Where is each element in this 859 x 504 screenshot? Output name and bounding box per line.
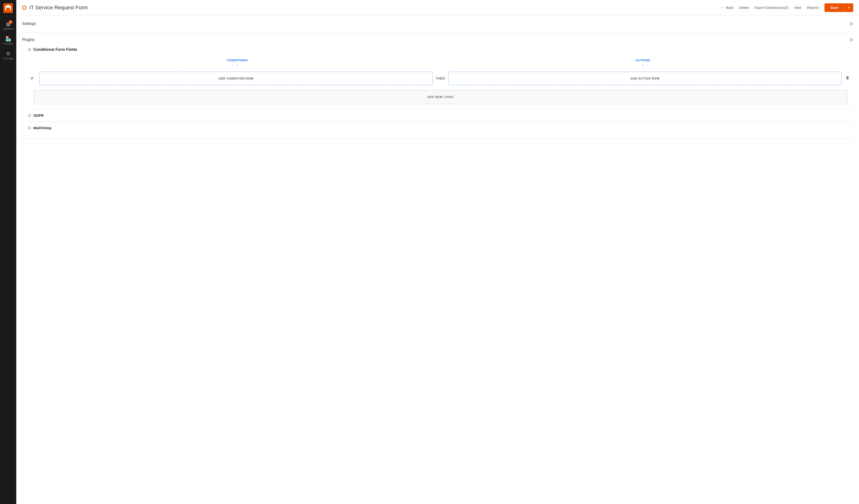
- settings-section-header[interactable]: Settings ⊙: [22, 20, 853, 27]
- reports-label: Reports: [807, 6, 819, 10]
- conditional-form-fields-plugin: ⊙ Conditional Form Fields CONDITIONS ↓: [22, 42, 853, 109]
- actions-col-header: ACTIONS ↓: [445, 59, 841, 67]
- mailchimp-name-row[interactable]: ⊙ MailChimp: [28, 126, 853, 130]
- logic-row: IF ADD CONDITION ROW THEN ADD ACTION ROW: [31, 72, 850, 85]
- conditions-actions-area: CONDITIONS ↓ ACTIONS ↓ IF: [28, 59, 853, 104]
- topbar-actions: ← Back Delete Export Submissions(3) View…: [721, 3, 853, 12]
- add-action-row-label: ADD ACTION ROW: [630, 77, 660, 80]
- page-content: Settings ⊙ Plugins ⊙ ⊙ Conditional Form …: [16, 15, 859, 504]
- form-title-area: IT Service Request Form: [22, 4, 716, 11]
- status-indicator: [22, 5, 26, 10]
- back-label: Back: [726, 6, 734, 10]
- main-content: IT Service Request Form ← Back Delete Ex…: [16, 0, 859, 504]
- content-icon: ▦ 4: [6, 21, 11, 27]
- save-btn-group: Save ▼: [825, 3, 853, 12]
- plugins-toggle-icon: ⊙: [850, 37, 853, 42]
- sidebar-item-content[interactable]: ▦ 4 CONTENT: [0, 18, 16, 33]
- export-label: Export Submissions(3): [754, 6, 788, 10]
- plugins-section-title: Plugins: [22, 37, 34, 42]
- add-new-logic-area: ADD NEW LOGIC: [33, 90, 847, 104]
- magento-logo-icon: [3, 3, 13, 13]
- conditions-label: CONDITIONS: [227, 59, 248, 62]
- plugin-name: Conditional Form Fields: [33, 47, 77, 52]
- sidebar-logo: [0, 0, 16, 16]
- system-icon: ⚙: [6, 51, 10, 57]
- plugins-section-header[interactable]: Plugins ⊙: [22, 37, 853, 42]
- if-label: IF: [31, 76, 36, 80]
- delete-row-button[interactable]: [845, 75, 850, 82]
- sidebar-item-system-label: SYSTEM: [3, 58, 13, 60]
- stores-icon: 🏪: [5, 36, 11, 42]
- view-label: View: [794, 6, 801, 10]
- settings-toggle-icon: ⊙: [850, 21, 853, 26]
- gdpr-name: GDPR: [33, 113, 44, 118]
- save-dropdown-button[interactable]: ▼: [844, 3, 853, 12]
- reports-link[interactable]: Reports: [807, 6, 819, 10]
- sidebar-item-system[interactable]: ⚙ SYSTEM: [0, 48, 16, 63]
- settings-section: Settings ⊙: [22, 15, 853, 32]
- then-label: THEN: [436, 76, 445, 80]
- actions-arrow-icon: ↓: [642, 63, 644, 67]
- plugin-expand-icon[interactable]: ⊙: [28, 47, 31, 52]
- topbar: IT Service Request Form ← Back Delete Ex…: [16, 0, 859, 15]
- gdpr-toggle-icon[interactable]: ⊙: [28, 113, 31, 118]
- sidebar: ▦ 4 CONTENT 🏪 STORES ⚙ SYSTEM: [0, 0, 16, 504]
- save-button[interactable]: Save: [825, 3, 844, 12]
- delete-link[interactable]: Delete: [739, 6, 749, 10]
- add-new-logic-button[interactable]: ADD NEW LOGIC: [33, 90, 847, 104]
- add-action-row-box[interactable]: ADD ACTION ROW: [448, 72, 842, 85]
- conditions-arrow-icon: ↓: [237, 63, 238, 67]
- mailchimp-name: MailChimp: [33, 126, 51, 130]
- view-link[interactable]: View: [794, 6, 801, 10]
- add-condition-row-box[interactable]: ADD CONDITION ROW: [39, 72, 433, 85]
- settings-section-title: Settings: [22, 21, 36, 26]
- sidebar-nav: ▦ 4 CONTENT 🏪 STORES ⚙ SYSTEM: [0, 16, 16, 63]
- trash-icon: [846, 76, 849, 80]
- back-link[interactable]: ← Back: [721, 5, 734, 10]
- plugin-name-row: ⊙ Conditional Form Fields: [28, 47, 853, 52]
- delete-label: Delete: [739, 6, 749, 10]
- content-badge: 4: [9, 20, 13, 24]
- back-arrow-icon: ←: [721, 5, 725, 10]
- mailchimp-toggle-icon[interactable]: ⊙: [28, 126, 31, 130]
- gdpr-plugin: ⊙ GDPR: [28, 109, 853, 122]
- gdpr-name-row[interactable]: ⊙ GDPR: [28, 113, 853, 118]
- actions-label: ACTIONS: [635, 59, 650, 62]
- export-link[interactable]: Export Submissions(3): [754, 6, 788, 10]
- form-title: IT Service Request Form: [29, 4, 88, 11]
- conditions-col-header: CONDITIONS ↓: [39, 59, 435, 67]
- sidebar-item-stores[interactable]: 🏪 STORES: [0, 33, 16, 48]
- mailchimp-plugin: ⊙ MailChimp: [28, 122, 853, 134]
- sidebar-item-stores-label: STORES: [3, 43, 13, 45]
- plugins-section: Plugins ⊙ ⊙ Conditional Form Fields: [22, 32, 853, 139]
- sidebar-item-content-label: CONTENT: [3, 28, 14, 30]
- add-condition-row-label: ADD CONDITION ROW: [218, 77, 254, 80]
